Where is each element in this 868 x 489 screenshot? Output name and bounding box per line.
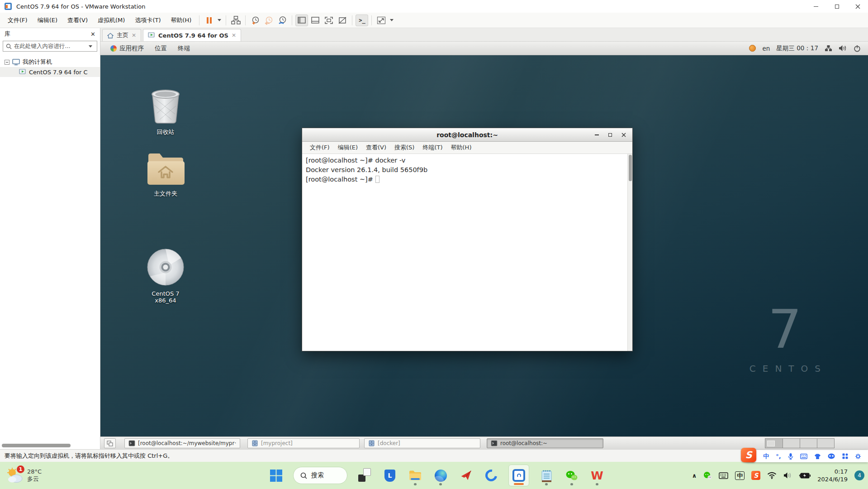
wps-app-button[interactable]: W	[589, 465, 605, 486]
tab-close-icon[interactable]: ✕	[232, 32, 236, 38]
browser-360-button[interactable]	[483, 465, 499, 486]
keyboard-layout-indicator[interactable]: en	[762, 45, 770, 52]
send-ctrl-alt-del-button[interactable]	[229, 14, 242, 26]
menu-vm[interactable]: 虚拟机(M)	[93, 16, 130, 24]
wechat-tray-icon[interactable]	[703, 471, 712, 480]
suspend-vm-button[interactable]	[203, 14, 215, 26]
terminal-menu-edit[interactable]: 编辑(E)	[334, 144, 362, 152]
vmware-taskbar-button[interactable]	[508, 465, 529, 486]
emoji-icon[interactable]	[828, 453, 835, 459]
taskbar-window-myproject[interactable]: [myproject]	[247, 438, 360, 448]
close-button[interactable]	[847, 0, 868, 13]
sogou-tray-icon[interactable]: S	[751, 471, 760, 480]
console-view-button[interactable]: >_	[356, 14, 368, 26]
start-button[interactable]	[268, 465, 284, 486]
menu-tabs[interactable]: 选项卡(T)	[130, 16, 166, 24]
desktop-icon-centos-cd[interactable]: CentOS 7 x86_64	[140, 247, 191, 304]
lenovo-app-button[interactable]: L	[382, 465, 398, 486]
wifi-icon[interactable]	[767, 472, 777, 479]
show-desktop-button[interactable]	[104, 438, 116, 448]
tab-home[interactable]: 主页 ✕	[102, 29, 141, 41]
library-close-button[interactable]: ✕	[90, 31, 95, 38]
terminal-menu-help[interactable]: 帮助(H)	[447, 144, 476, 152]
soft-keyboard-icon[interactable]	[800, 454, 807, 459]
notification-icon[interactable]	[749, 45, 756, 52]
ime-language-indicator[interactable]: 中	[735, 471, 745, 480]
taskbar-window-terminal-active[interactable]: root@localhost:~	[487, 438, 603, 448]
revert-snapshot-button[interactable]	[262, 14, 275, 26]
terminal-menu-search[interactable]: 搜索(S)	[390, 144, 418, 152]
terminal-menu-view[interactable]: 查看(V)	[362, 144, 390, 152]
skin-icon[interactable]	[814, 453, 821, 460]
desktop-icon-home-folder[interactable]: 主文件夹	[140, 151, 191, 198]
tree-item-centos-vm[interactable]: CentOS 7.9 64 for C	[0, 67, 100, 77]
workspace-4[interactable]	[817, 439, 834, 448]
menu-view[interactable]: 查看(V)	[62, 16, 93, 24]
voice-input-icon[interactable]	[788, 453, 793, 460]
snipping-app-button[interactable]	[356, 465, 373, 486]
show-thumbnail-bar-button[interactable]	[309, 14, 322, 26]
workspace-3[interactable]	[800, 439, 817, 448]
fullscreen-button[interactable]	[323, 14, 335, 26]
tray-clock[interactable]: 0:17 2024/6/19	[817, 468, 848, 483]
terminal-minimize-button[interactable]	[591, 129, 602, 140]
wechat-icon	[565, 470, 578, 482]
taskbar-search[interactable]: 搜索	[293, 467, 347, 484]
desktop-icon-trash[interactable]: 回收站	[140, 86, 191, 136]
notification-count-badge[interactable]: 4	[854, 470, 864, 480]
tab-close-icon[interactable]: ✕	[132, 32, 136, 38]
tree-expander-icon[interactable]	[5, 60, 9, 65]
show-library-button[interactable]	[295, 14, 308, 26]
ime-mode-chinese[interactable]: 中	[763, 452, 769, 460]
speaker-icon[interactable]	[783, 472, 792, 479]
gnome-clock[interactable]: 星期三 00：17	[776, 44, 818, 53]
scrollbar-thumb[interactable]	[629, 155, 632, 181]
terminal-titlebar[interactable]: root@localhost:~	[302, 128, 632, 142]
settings-icon[interactable]	[855, 453, 861, 460]
places-menu[interactable]: 位置	[150, 44, 171, 53]
minimize-button[interactable]	[806, 0, 826, 13]
weather-widget[interactable]: 1 28°C 多云	[5, 462, 42, 489]
menu-file[interactable]: 文件(F)	[3, 16, 33, 24]
wechat-app-button[interactable]	[564, 465, 580, 486]
tab-centos-vm[interactable]: CentOS 7.9 64 for OS ✕	[143, 29, 241, 41]
battery-icon[interactable]	[799, 472, 811, 479]
sogou-logo-icon[interactable]: S	[741, 448, 756, 462]
tray-overflow-chevron[interactable]: ∧	[692, 472, 697, 479]
mail-app-button[interactable]	[458, 465, 474, 486]
workspace-1[interactable]	[765, 439, 783, 448]
fit-guest-button[interactable]	[375, 14, 388, 26]
tree-item-my-computer[interactable]: 我的计算机	[0, 57, 100, 67]
workspace-2[interactable]	[783, 439, 800, 448]
touch-keyboard-icon[interactable]	[719, 472, 728, 479]
search-dropdown-caret[interactable]	[89, 45, 92, 48]
terminal-app-menu[interactable]: 终端	[173, 44, 194, 53]
taskbar-window-terminal-mywebsite[interactable]: [root@localhost:~/mywebsite/mypr···	[124, 438, 240, 448]
suspend-dropdown-caret[interactable]	[218, 19, 221, 21]
applications-menu[interactable]: 应用程序	[106, 44, 148, 53]
volume-icon[interactable]	[839, 45, 847, 52]
take-snapshot-button[interactable]	[249, 14, 261, 26]
fit-dropdown-caret[interactable]	[390, 19, 394, 21]
ime-punctuation-toggle[interactable]: °,	[776, 453, 781, 460]
network-icon[interactable]	[825, 45, 832, 52]
library-search-input[interactable]: 在此处键入内容进行...	[3, 41, 97, 52]
menu-help[interactable]: 帮助(H)	[166, 16, 197, 24]
terminal-content[interactable]: [root@localhost ~]# docker -v Docker ver…	[302, 154, 632, 351]
notepad-app-button[interactable]	[538, 465, 555, 486]
maximize-button[interactable]	[826, 0, 847, 13]
terminal-maximize-button[interactable]	[604, 129, 616, 140]
manage-snapshots-button[interactable]	[276, 14, 289, 26]
taskbar-window-docker[interactable]: [docker]	[364, 438, 480, 448]
terminal-close-button[interactable]	[618, 129, 630, 140]
power-icon[interactable]	[854, 45, 861, 52]
terminal-menu-file[interactable]: 文件(F)	[306, 144, 334, 152]
edge-browser-button[interactable]	[432, 465, 449, 486]
toolbox-icon[interactable]	[842, 453, 848, 459]
library-horizontal-scrollbar[interactable]	[2, 444, 71, 447]
terminal-scrollbar[interactable]	[627, 154, 632, 351]
unity-mode-button[interactable]	[336, 14, 349, 26]
terminal-menu-terminal[interactable]: 终端(T)	[418, 144, 446, 152]
menu-edit[interactable]: 编辑(E)	[33, 16, 62, 24]
file-explorer-button[interactable]	[407, 465, 423, 486]
